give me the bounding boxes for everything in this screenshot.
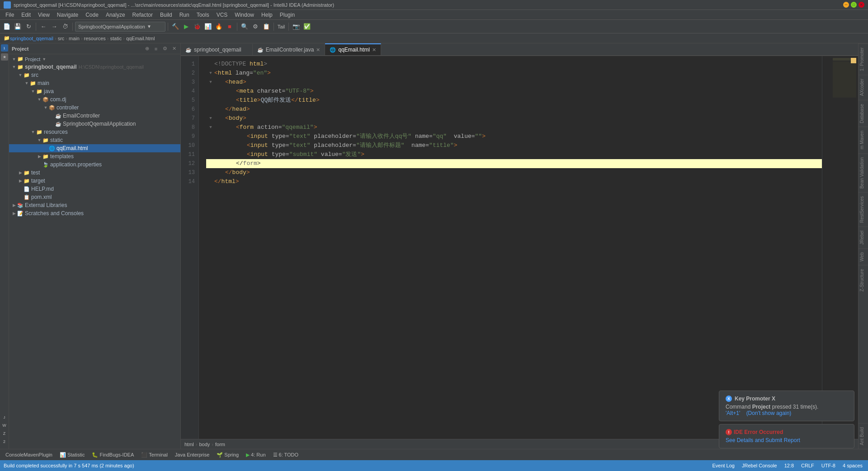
right-panel-bean-validation[interactable]: Bean Validation xyxy=(859,153,868,192)
profile-button[interactable]: 🔥 xyxy=(214,22,224,32)
forward-button[interactable]: → xyxy=(49,22,59,32)
sb-jrebel-console[interactable]: JRebel Console xyxy=(740,463,779,468)
tab-qqemail[interactable]: 🌐 qqEmail.html ✕ xyxy=(325,43,381,55)
tree-item-project[interactable]: ▼ 📁 Project ▼ xyxy=(9,55,180,63)
new-file-button[interactable]: 📄 xyxy=(2,22,12,32)
sb-position[interactable]: 12:8 xyxy=(783,463,796,468)
tree-item-controller[interactable]: ▼ 📦 controller xyxy=(9,104,180,112)
btab-java-enterprise[interactable]: Java Enterprise xyxy=(171,451,213,458)
run-with-coverage-button[interactable]: 📊 xyxy=(203,22,213,32)
tree-item-ext-libs[interactable]: ▶ 📚 External Libraries xyxy=(9,201,180,209)
camera-button[interactable]: 📷 xyxy=(291,22,301,32)
project-view-icon[interactable]: 1 xyxy=(1,44,8,52)
bc-main[interactable]: main xyxy=(69,36,80,41)
menu-edit[interactable]: Edit xyxy=(18,11,34,19)
btab-terminal[interactable]: ⬛ Terminal xyxy=(137,451,171,459)
bc-src[interactable]: src xyxy=(58,36,65,41)
add-item-button[interactable]: ⊕ xyxy=(143,45,151,52)
vcs-button[interactable]: 📋 xyxy=(261,22,271,32)
settings-button[interactable]: ⚙ xyxy=(250,22,260,32)
tree-item-com-dj[interactable]: ▼ 📦 com.dj xyxy=(9,95,180,104)
menu-help[interactable]: Help xyxy=(258,11,276,19)
z-strip-icon[interactable]: Z xyxy=(1,430,8,437)
key-promoter-alt1-link[interactable]: 'Alt+1' xyxy=(726,410,740,416)
code-editor[interactable]: ▼ <!DOCTYPE html> ▼ <html lang="en"> ▼ <… xyxy=(199,56,822,439)
tab-close-qqemail[interactable]: ✕ xyxy=(372,47,376,53)
menu-code[interactable]: Code xyxy=(82,11,102,19)
tree-item-main[interactable]: ▼ 📁 main xyxy=(9,79,180,87)
settings-project-button[interactable]: ⚙ xyxy=(161,45,169,52)
menu-build[interactable]: Build xyxy=(156,11,176,19)
debug-button[interactable]: 🐞 xyxy=(192,22,202,32)
menu-run[interactable]: Run xyxy=(176,11,193,19)
menu-plugin[interactable]: Plugin xyxy=(276,11,298,19)
right-panel-jrebel[interactable]: JRebel xyxy=(859,226,868,248)
web-strip-icon[interactable]: W xyxy=(1,422,8,429)
tree-item-appprops[interactable]: ▶ 🍃 application.properties xyxy=(9,160,180,169)
right-panel-ant-build[interactable]: Ant Build xyxy=(859,423,868,449)
menu-vcs[interactable]: VCS xyxy=(213,11,231,19)
tree-item-templates[interactable]: ▶ 📁 templates xyxy=(9,152,180,160)
sb-indent[interactable]: 4 spaces xyxy=(841,463,864,468)
search-everywhere-button[interactable]: 🔍 xyxy=(240,22,250,32)
ide-error-details-link[interactable]: See Details and Submit Report xyxy=(726,437,800,443)
back-button[interactable]: ← xyxy=(38,22,48,32)
maximize-button[interactable]: □ xyxy=(851,2,857,8)
close-button[interactable]: ✕ xyxy=(859,2,864,8)
tree-item-springboot-app[interactable]: ▶ ☕ SpringbootQqemailApplication xyxy=(9,120,180,128)
tree-item-resources[interactable]: ▼ 📁 resources xyxy=(9,128,180,136)
btab-run[interactable]: ▶ 4: Run xyxy=(242,451,269,459)
eb-html[interactable]: html xyxy=(184,442,194,447)
tree-item-qqemail[interactable]: ▶ 🌐 qqEmail.html xyxy=(9,144,180,152)
tree-item-static[interactable]: ▼ 📁 static xyxy=(9,136,180,144)
dropdown-icon[interactable]: ▼ xyxy=(42,57,46,61)
run-config-selector[interactable]: SpringbootQqemailApplication ▼ xyxy=(75,22,165,32)
right-panel-axcoder[interactable]: AXcoder xyxy=(859,75,868,99)
right-panel-web[interactable]: Web xyxy=(859,248,868,265)
tree-item-scratches[interactable]: ▶ 📝 Scratches and Consoles xyxy=(9,209,180,217)
save-button[interactable]: 💾 xyxy=(13,22,23,32)
right-panel-promoter[interactable]: 1: Promoter xyxy=(859,43,868,75)
tree-item-springboot-root[interactable]: ▼ 📁 springboot_qqemail H:\CSDN\springboo… xyxy=(9,63,180,71)
btab-console-maven[interactable]: ConsoleMavenPlugin xyxy=(2,451,56,458)
run-history-button[interactable]: ⏱ xyxy=(60,22,70,32)
right-panel-database[interactable]: Database xyxy=(859,100,868,127)
menu-file[interactable]: File xyxy=(2,11,18,19)
key-promoter-dont-show-link[interactable]: (Don't show again) xyxy=(746,410,792,416)
eb-body[interactable]: body xyxy=(199,442,210,447)
build-project-button[interactable]: 🔨 xyxy=(170,22,180,32)
menu-analyze[interactable]: Analyze xyxy=(102,11,129,19)
eb-form[interactable]: form xyxy=(215,442,225,447)
fold-8[interactable]: ▼ xyxy=(208,125,213,130)
tab-springboot-qqemail[interactable]: ☕ springboot_qqemail ✕ xyxy=(181,43,253,55)
close-project-panel-button[interactable]: ✕ xyxy=(170,45,178,52)
menu-window[interactable]: Window xyxy=(231,11,258,19)
check-button[interactable]: ✅ xyxy=(302,22,312,32)
btab-spring[interactable]: 🌱 Spring xyxy=(213,451,242,459)
right-panel-maven[interactable]: m Maven xyxy=(859,127,868,153)
btab-todo[interactable]: ☰ 6: TODO xyxy=(269,451,302,459)
menu-tools[interactable]: Tools xyxy=(193,11,213,19)
menu-navigate[interactable]: Navigate xyxy=(53,11,82,19)
sb-encoding[interactable]: UTF-8 xyxy=(820,463,837,468)
bc-springboot[interactable]: springboot_qqemail xyxy=(10,36,53,41)
tab-emailcontroller[interactable]: ☕ EmailController.java ✕ xyxy=(253,43,326,55)
bookmark-icon[interactable]: ★ xyxy=(1,53,8,61)
fold-2[interactable]: ▼ xyxy=(208,71,213,76)
refresh-button[interactable]: ↻ xyxy=(24,22,33,32)
right-panel-rest-services[interactable]: RestServices xyxy=(859,192,868,226)
tree-item-emailcontroller[interactable]: ▶ ☕ EmailController xyxy=(9,112,180,120)
collapse-all-button[interactable]: ≡ xyxy=(152,45,160,52)
tree-item-pomxml[interactable]: ▶ 📋 pom.xml xyxy=(9,193,180,201)
btab-findbugs[interactable]: 🐛 FindBugs-IDEA xyxy=(88,451,137,459)
sb-linesep[interactable]: CRLF xyxy=(799,463,816,468)
sb-event-log[interactable]: Event Log xyxy=(710,463,736,468)
menu-refactor[interactable]: Refactor xyxy=(129,11,156,19)
jrebel-strip-icon[interactable]: J xyxy=(1,414,8,421)
bc-static[interactable]: static xyxy=(110,36,122,41)
stop-button[interactable]: ■ xyxy=(225,22,235,32)
fav-strip-icon[interactable]: 2 xyxy=(1,438,8,445)
tree-item-target[interactable]: ▶ 📁 target xyxy=(9,177,180,185)
tab-close-email[interactable]: ✕ xyxy=(316,47,320,53)
tree-item-test[interactable]: ▶ 📁 test xyxy=(9,169,180,177)
